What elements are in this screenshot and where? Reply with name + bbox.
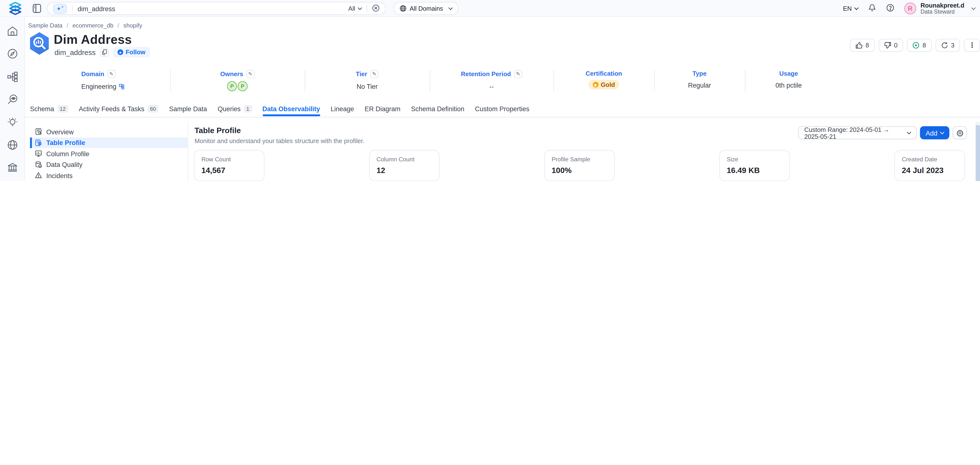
domain-value[interactable]: Engineering (81, 83, 116, 90)
globe-icon (400, 5, 406, 12)
tab-data-observability[interactable]: Data Observability (262, 105, 320, 116)
stat-card-size: Size16.49 KB (719, 150, 790, 181)
entity-name: dim_address (54, 48, 95, 56)
tab-er-diagram[interactable]: ER Diagram (364, 105, 400, 116)
version-history-button[interactable]: 3 (935, 39, 960, 52)
type-value: Regular (654, 81, 745, 89)
tier-score-button[interactable]: 8 (907, 39, 932, 52)
explore-compass-icon[interactable] (7, 48, 18, 59)
incidents-warning-icon (35, 172, 42, 179)
chevron-down-icon (449, 6, 453, 10)
user-role: Data Steward (921, 9, 964, 15)
entity-actions: 8 0 8 3 ⋮ (850, 39, 980, 52)
upvote-button[interactable]: 8 (850, 39, 875, 52)
ai-sparkle-icon[interactable]: ✦✦ (53, 3, 67, 13)
language-selector[interactable]: EN (843, 5, 858, 12)
breadcrumb-schema[interactable]: shopify (124, 22, 142, 29)
add-button[interactable]: Add (920, 126, 949, 140)
search-filter-dropdown[interactable]: All (348, 5, 361, 12)
subnav-overview[interactable]: Overview (30, 126, 188, 137)
help-icon[interactable] (886, 3, 894, 14)
meta-domain: Domain✎ Engineering (81, 70, 124, 90)
divider (366, 5, 367, 12)
overview-doc-icon (35, 128, 42, 135)
user-name: Rounakpreet.d (921, 2, 964, 9)
domain-icon (119, 84, 124, 89)
subnav-column-profile[interactable]: Column Profile (30, 148, 188, 159)
global-search-bar[interactable]: ✦✦ dim_address All (47, 2, 386, 15)
copy-icon[interactable] (100, 48, 109, 56)
openmetadata-logo[interactable] (8, 2, 22, 17)
downvote-button[interactable]: 0 (878, 39, 903, 52)
search-input[interactable]: dim_address (78, 5, 115, 12)
owner-avatar[interactable]: P (238, 81, 248, 91)
chevron-down-icon (358, 6, 362, 10)
scrollbar-thumb[interactable] (975, 125, 980, 181)
left-nav-rail (0, 17, 25, 181)
meta-usage: Usage 0th pctile (745, 70, 832, 89)
meta-tier: Tier✎ No Tier (305, 70, 430, 90)
breadcrumb: Sample Data / ecommerce_db / shopify (28, 22, 142, 29)
tab-lineage[interactable]: Lineage (331, 105, 354, 116)
profiler-settings-button[interactable] (953, 126, 967, 140)
notifications-bell-icon[interactable] (868, 3, 876, 14)
lineage-hierarchy-icon[interactable] (7, 71, 18, 83)
entity-tabs: Schema12 Activity Feeds & Tasks60 Sample… (30, 105, 529, 116)
section-subtitle: Monitor and understand your tables struc… (194, 138, 364, 144)
subnav-table-profile[interactable]: Table Profile (30, 137, 188, 148)
scrollbar[interactable] (975, 122, 980, 181)
subnav-incidents[interactable]: Incidents (30, 170, 188, 181)
domains-selector[interactable]: All Domains (393, 2, 458, 15)
tab-custom-properties[interactable]: Custom Properties (475, 105, 529, 116)
edit-tier-icon[interactable]: ✎ (370, 70, 378, 78)
follow-button[interactable]: ★ Follow (113, 47, 150, 58)
refresh-icon (941, 42, 948, 49)
date-range-selector[interactable]: Custom Range: 2024-05-01 → 2025-05-21 (798, 126, 917, 140)
tab-activity-feeds[interactable]: Activity Feeds & Tasks60 (79, 105, 159, 116)
divider (72, 5, 73, 12)
table-profile-icon (35, 139, 42, 146)
target-icon (913, 42, 920, 49)
domains-globe-icon[interactable] (7, 140, 18, 151)
top-bar: ✦✦ dim_address All All Domains EN R (0, 0, 980, 17)
home-icon[interactable] (7, 25, 18, 37)
breadcrumb-service[interactable]: Sample Data (28, 22, 63, 29)
tier-value: No Tier (305, 83, 430, 90)
avatar: R (904, 2, 916, 14)
edit-retention-icon[interactable]: ✎ (514, 70, 522, 78)
topbar-right: EN R Rounakpreet.d Data Steward (843, 0, 975, 17)
tab-sample-data[interactable]: Sample Data (169, 105, 207, 116)
certification-badge[interactable]: ◉ Gold (588, 80, 619, 90)
tab-schema[interactable]: Schema12 (30, 105, 68, 116)
retention-value: -- (430, 83, 553, 90)
breadcrumb-database[interactable]: ecommerce_db (72, 22, 113, 29)
meta-row: Domain✎ Engineering Owners✎ P P Tier✎ No… (0, 68, 980, 94)
tab-schema-definition[interactable]: Schema Definition (411, 105, 465, 116)
sidebar-toggle-icon[interactable] (33, 4, 41, 16)
data-quality-icon (35, 161, 42, 168)
user-menu[interactable]: R Rounakpreet.d Data Steward (904, 2, 975, 15)
clear-search-icon[interactable] (372, 3, 380, 14)
tab-queries[interactable]: Queries1 (218, 105, 252, 116)
entity-service-icon (29, 32, 49, 57)
edit-domain-icon[interactable]: ✎ (107, 70, 115, 78)
stat-card-profile-sample: Profile Sample100% (544, 150, 615, 181)
edit-owners-icon[interactable]: ✎ (246, 70, 254, 78)
usage-value: 0th pctile (745, 81, 832, 89)
meta-owners: Owners✎ P P (170, 70, 304, 91)
governance-bank-icon[interactable] (7, 162, 18, 173)
subnav-divider (188, 122, 188, 181)
insights-bulb-icon[interactable] (7, 117, 18, 128)
stat-card-created-date: Created Date24 Jul 2023 (894, 150, 965, 181)
meta-type: Type Regular (654, 70, 745, 89)
openmetadata-app: ✦✦ dim_address All All Domains EN R (0, 0, 980, 181)
more-options-button[interactable]: ⋮ (964, 39, 980, 52)
meta-retention: Retention Period✎ -- (430, 70, 553, 90)
stat-card-column-count: Column Count12 (369, 150, 439, 181)
subnav-data-quality[interactable]: Data Quality (30, 159, 188, 170)
domains-label: All Domains (410, 5, 443, 12)
owner-avatar[interactable]: P (227, 81, 237, 91)
section-title: Table Profile (194, 126, 241, 135)
observability-search-icon[interactable] (7, 94, 18, 105)
stat-card-row-count: Row Count14,567 (194, 150, 264, 181)
